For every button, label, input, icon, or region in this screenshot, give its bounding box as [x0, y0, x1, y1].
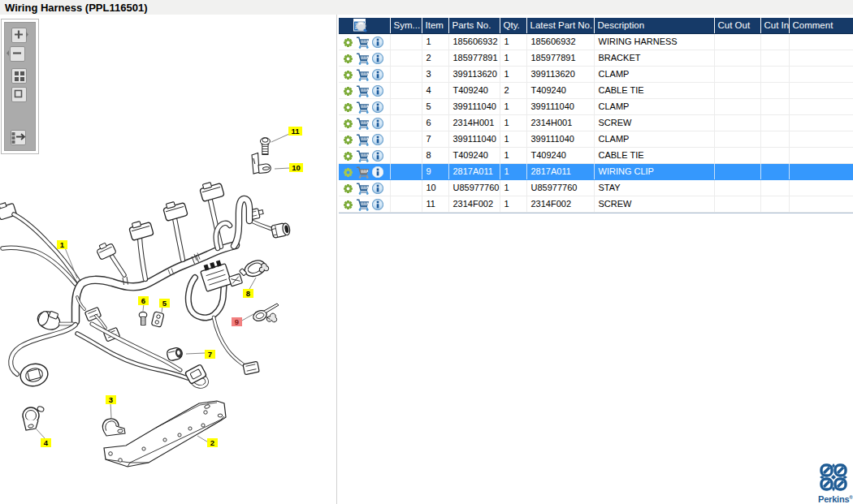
- svg-text:3: 3: [109, 395, 113, 404]
- svg-text:11: 11: [291, 127, 300, 136]
- svg-text:1: 1: [60, 240, 65, 249]
- svg-text:4: 4: [44, 438, 49, 447]
- svg-text:6: 6: [141, 296, 145, 305]
- svg-text:10: 10: [292, 163, 301, 172]
- svg-text:9: 9: [235, 317, 239, 326]
- svg-text:2: 2: [210, 438, 214, 447]
- svg-text:7: 7: [208, 350, 212, 359]
- svg-text:5: 5: [162, 299, 167, 308]
- svg-text:8: 8: [246, 289, 250, 298]
